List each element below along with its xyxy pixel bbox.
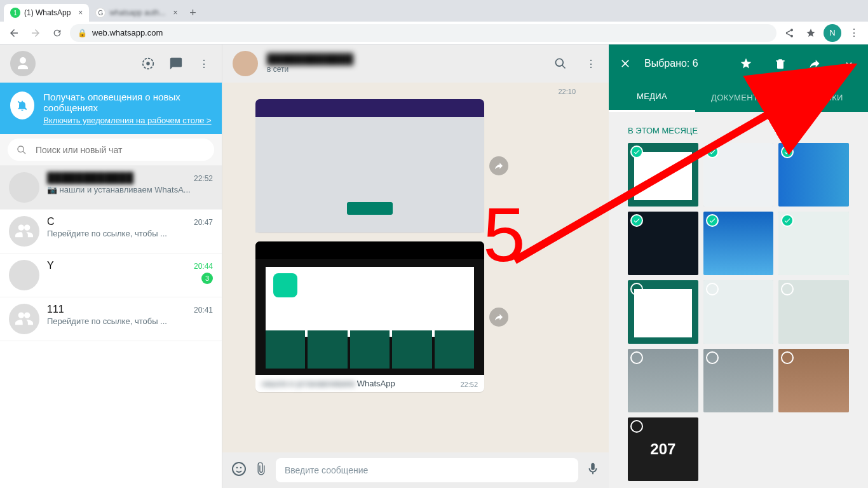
tab-close-icon[interactable]: × [173,8,177,17]
forward-button[interactable] [27,24,44,42]
media-thumb[interactable] [628,212,698,275]
check-icon [706,351,719,364]
media-thumb[interactable] [628,280,698,344]
chat-time: 22:52 [194,174,213,183]
mic-icon[interactable] [586,462,600,478]
message-input[interactable]: Введите сообщение [276,458,578,482]
chat-menu-icon[interactable]: ⋮ [583,56,599,71]
chat-time: 20:44 [194,262,213,271]
media-panel: Выбрано: 6 МЕДИА ДОКУМЕНТЫ ССЫЛКИ В ЭТОМ… [609,44,868,488]
media-grid: 207 [628,143,849,481]
search-in-chat-icon[interactable] [553,56,568,71]
bookmark-button[interactable] [802,24,820,42]
status-icon[interactable] [140,56,156,71]
svg-point-1 [146,62,150,65]
notification-banner[interactable]: Получать оповещения о новых сообщениях В… [0,83,222,134]
notif-subtitle[interactable]: Включить уведомления на рабочем столе > [43,116,212,125]
chat-time: 20:41 [194,306,213,315]
chat-preview: Перейдите по ссылке, чтобы ... [47,316,167,326]
media-thumb[interactable] [778,349,849,412]
svg-point-4 [236,467,238,469]
media-thumb[interactable] [778,280,849,344]
conversation-header: ████████████ в сети ⋮ [222,44,609,83]
search-input[interactable] [36,145,205,155]
notif-title: Получать оповещения о новых сообщениях [43,92,212,113]
attach-icon[interactable] [254,462,268,478]
media-thumb[interactable] [703,349,774,412]
chat-time: 20:47 [194,218,213,227]
bell-icon [10,92,34,119]
tab-links[interactable]: ССЫЛКИ [782,83,868,112]
chat-name: Y [47,260,54,271]
media-thumb[interactable] [628,349,698,412]
chat-preview: 📷 нашли и устанавливаем WhatsA... [47,185,191,194]
check-icon [630,420,643,433]
check-icon [706,214,719,227]
url-text: web.whatsapp.com [92,28,163,37]
check-icon [630,283,643,295]
media-thumb[interactable] [778,143,849,207]
chat-item[interactable]: 11120:41 Перейдите по ссылке, чтобы ... [0,297,222,341]
lock-icon: 🔒 [78,29,87,37]
close-panel-button[interactable] [615,57,635,70]
tab-google-search[interactable]: G whatsapp auth... × [89,4,184,22]
star-button[interactable] [733,57,759,70]
reload-button[interactable] [48,24,66,42]
media-thumb[interactable] [778,212,849,275]
chat-item[interactable]: ████████████22:52 📷 нашли и устанавливае… [0,166,222,210]
search-icon [17,145,27,155]
message-image[interactable] [255,99,484,233]
tab-media[interactable]: МЕДИА [609,83,695,112]
sidebar: ⋮ Получать оповещения о новых сообщениях… [0,44,222,488]
messages[interactable]: 22:10 нашли и устанавливаем WhatsApp 22:… [222,83,609,452]
check-icon [706,146,719,158]
media-thumb[interactable] [703,212,774,275]
chat-preview: Перейдите по ссылке, чтобы ... [47,229,167,238]
message-bubble[interactable] [255,99,484,233]
chrome-menu-button[interactable]: ⋮ [845,24,863,42]
media-thumb[interactable] [703,143,774,207]
chat-name: С [47,216,55,227]
contact-name: ████████████ [267,53,538,65]
profile-avatar[interactable]: N [824,24,841,42]
chat-avatar [9,216,39,247]
search-box[interactable] [8,139,214,161]
my-avatar[interactable] [10,51,36,76]
contact-avatar[interactable] [233,51,258,76]
panel-body[interactable]: В ЭТОМ МЕСЯЦЕ 207 [609,112,868,488]
tab-whatsapp[interactable]: 1 (1) WhatsApp × [4,4,89,22]
forward-icon[interactable] [489,156,508,175]
media-thumb[interactable]: 207 [628,417,698,481]
share-button[interactable] [780,24,798,42]
chat-avatar [9,304,39,334]
media-thumb[interactable] [628,143,698,207]
svg-point-3 [233,463,245,475]
new-tab-button[interactable]: + [184,4,201,22]
forward-button[interactable] [802,57,827,70]
chat-list: ████████████22:52 📷 нашли и устанавливае… [0,166,222,488]
check-icon [630,146,643,158]
browser-chrome: 1 (1) WhatsApp × G whatsapp auth... × + … [0,0,868,44]
back-button[interactable] [5,24,23,42]
download-button[interactable] [836,57,862,70]
tab-documents[interactable]: ДОКУМЕНТЫ [695,83,782,112]
message-time: 22:52 [460,381,478,388]
new-chat-icon[interactable] [168,56,184,71]
check-icon [706,283,719,295]
emoji-icon[interactable] [231,461,247,479]
menu-icon[interactable]: ⋮ [196,56,212,71]
chat-name: ████████████ [47,172,133,184]
media-thumb[interactable] [703,280,774,344]
chat-item[interactable]: Y20:44 3 [0,254,222,297]
panel-tabs: МЕДИА ДОКУМЕНТЫ ССЫЛКИ [609,83,868,112]
compose-bar: Введите сообщение [222,452,609,488]
message-bubble[interactable]: нашли и устанавливаем WhatsApp 22:52 [255,241,484,392]
chat-item[interactable]: С20:47 Перейдите по ссылке, чтобы ... [0,210,222,254]
search-row [0,134,222,166]
delete-button[interactable] [768,57,793,70]
forward-icon[interactable] [489,308,508,327]
svg-point-5 [240,467,242,469]
tab-close-icon[interactable]: × [78,8,83,17]
message-image[interactable] [255,241,484,375]
address-bar[interactable]: 🔒 web.whatsapp.com [70,24,776,42]
